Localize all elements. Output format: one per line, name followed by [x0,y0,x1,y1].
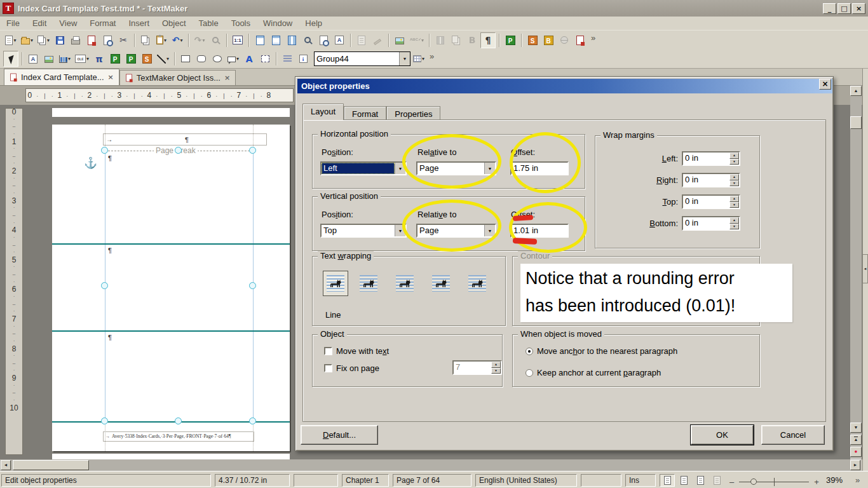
zoom-slider-thumb[interactable] [750,478,757,485]
formatting-marks-button[interactable]: ¶ [480,32,496,48]
dialog-tab-properties[interactable]: Properties [386,106,440,120]
object-name-combobox[interactable]: Group44▼ [314,51,410,66]
scrollbar-thumb[interactable] [13,460,89,470]
print-button[interactable] [68,32,83,48]
vertical-scrollbar[interactable]: ▲ ▼ ▲ ● ▼ [850,86,862,471]
undo-button[interactable]: ↶▾ [170,32,185,48]
chevron-down-icon[interactable]: ▼ [484,225,495,236]
web-button[interactable] [557,32,572,48]
new-document-button[interactable]: ▾ [3,32,18,48]
tab-close-icon[interactable]: × [224,74,230,81]
wrap-ideal-option[interactable] [396,275,414,292]
view-outline-button[interactable] [709,474,724,487]
toolbar-overflow-chevron[interactable]: » [588,33,598,43]
menu-item-file[interactable]: File [0,17,26,29]
bold-style-button[interactable]: B [465,32,480,48]
draw-line-button[interactable]: ▾ [155,51,171,67]
insert-mode-indicator[interactable]: Ins [625,474,656,487]
dialog-tab-layout[interactable]: Layout [302,104,344,120]
menu-item-window[interactable]: Window [257,17,299,29]
h-position-combobox[interactable]: Left ▼ [320,161,407,175]
view-normal-button[interactable] [660,474,675,487]
redo-button[interactable]: ↷▾ [192,32,207,48]
checkbox-icon[interactable] [324,347,332,355]
minimize-button[interactable]: _ [823,3,836,14]
presentations-button[interactable]: S [525,32,540,48]
maximize-button[interactable]: □ [837,3,851,14]
move-anchor-radio[interactable]: Move anchor to the nearest paragraph [526,346,677,356]
dropdown-arrow-icon[interactable]: ▾ [236,56,239,62]
view-master-button[interactable] [676,474,691,487]
scroll-down-button[interactable]: ▼ [850,423,862,433]
draw-rounded-rectangle-button[interactable] [194,51,209,67]
wrap-margin-stepper[interactable]: 0 in▲▼ [682,216,740,231]
formula-object-button[interactable]: π [92,51,107,67]
selection-handle[interactable] [101,147,108,154]
dropdown-arrow-icon[interactable]: ▾ [180,37,182,43]
menu-item-tools[interactable]: Tools [225,17,257,29]
browse-object-button[interactable]: ● [850,447,862,457]
selection-handle[interactable] [101,282,108,289]
print-preview-button[interactable] [100,32,115,48]
draw-callout-button[interactable]: ▾ [226,51,241,67]
dropdown-arrow-icon[interactable]: ▾ [68,56,71,62]
sidebar-toggle-button[interactable]: ◄ [862,254,868,283]
radio-icon[interactable] [526,369,533,377]
wrap-top-bottom-option[interactable] [432,275,450,292]
dropdown-arrow-icon[interactable]: ▾ [166,56,169,62]
document-page[interactable]: → ¶ Page Break ¶ ¶ ¶ ⚓ →Avery·5338· [52,125,290,451]
export-pdf-button[interactable] [84,32,99,48]
dialog-title-bar[interactable]: Object properties [297,79,832,93]
selection-handle[interactable] [175,417,182,424]
zoom-out-button[interactable] [300,32,315,48]
statistics-button[interactable] [433,32,448,48]
search-button[interactable] [208,32,223,48]
save-button[interactable] [52,32,67,48]
horizontal-scrollbar[interactable]: ◄ ► [0,459,862,471]
spin-down-icon[interactable]: ▼ [491,368,501,374]
dropdown-arrow-icon[interactable]: ▾ [47,37,50,43]
selection-handle[interactable] [249,282,256,289]
picture-frame-button[interactable] [41,51,57,67]
wrap-through-option[interactable] [468,275,486,292]
dropdown-arrow-icon[interactable]: ▾ [86,56,89,62]
footer-frame[interactable]: →Avery·5338·Index·Cards,·3·Per·Page,·FRO… [103,431,254,442]
spin-down-icon[interactable]: ▼ [729,159,739,165]
script-editor-button[interactable] [573,32,588,48]
scroll-left-button[interactable]: ◄ [1,460,11,470]
toolbar-overflow-chevron[interactable]: » [427,51,437,61]
cancel-button[interactable]: Cancel [761,425,825,445]
scroll-right-button[interactable]: ► [850,460,860,470]
selection-handle[interactable] [175,147,182,154]
spin-up-icon[interactable]: ▲ [729,152,739,159]
menu-item-table[interactable]: Table [193,17,225,29]
wrap-margin-stepper[interactable]: 0 in▲▼ [682,194,740,209]
dropdown-arrow-icon[interactable]: ▾ [13,37,16,43]
insert-picture-button[interactable] [392,32,407,48]
spin-up-icon[interactable]: ▲ [729,196,739,202]
chevron-down-icon[interactable]: ▼ [395,163,405,174]
dropdown-arrow-icon[interactable]: ▾ [422,56,424,62]
fix-page-number-stepper[interactable]: 7 ▲▼ [452,360,502,375]
open-file-button[interactable]: ▾ [19,32,35,48]
spellcheck-button[interactable]: ABC✓▾ [408,32,426,48]
selection-handle[interactable] [249,417,256,424]
zoom-slider-track[interactable] [739,482,809,482]
chevron-down-icon[interactable]: ▼ [484,163,495,174]
zoom-percentage[interactable]: 39% [826,475,843,485]
wrap-square-option[interactable] [360,275,377,292]
menu-item-format[interactable]: Format [83,17,122,29]
scrollbar-thumb[interactable] [850,116,862,129]
zoom-out-control[interactable]: – [729,477,734,487]
move-with-text-checkbox[interactable]: Move with text [324,346,389,356]
wrap-margin-stepper[interactable]: 0 in▲▼ [682,151,740,166]
basicmaker-button[interactable]: B [541,32,556,48]
menu-item-help[interactable]: Help [299,17,329,29]
chart-frame-button[interactable]: ▾ [57,51,72,67]
header-frame[interactable]: → ¶ [103,133,267,146]
copy-format-button[interactable] [449,32,464,48]
zoom-original-button[interactable]: 1:1 [230,32,245,48]
dropdown-arrow-icon[interactable]: ▾ [31,37,33,43]
menu-item-object[interactable]: Object [156,17,193,29]
h-relative-to-combobox[interactable]: Page ▼ [416,161,496,175]
